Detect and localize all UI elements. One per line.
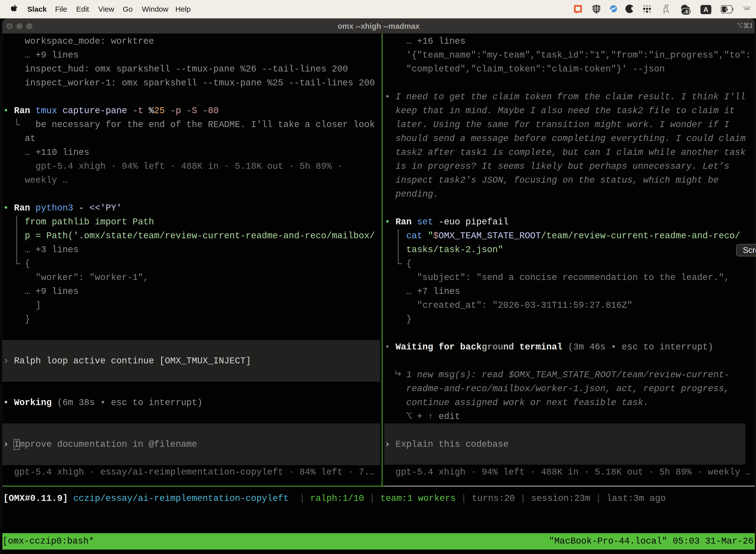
svg-text:1: 1 xyxy=(749,22,753,29)
svg-text:A: A xyxy=(703,6,708,13)
svg-text:..61: ..61 xyxy=(683,9,691,14)
